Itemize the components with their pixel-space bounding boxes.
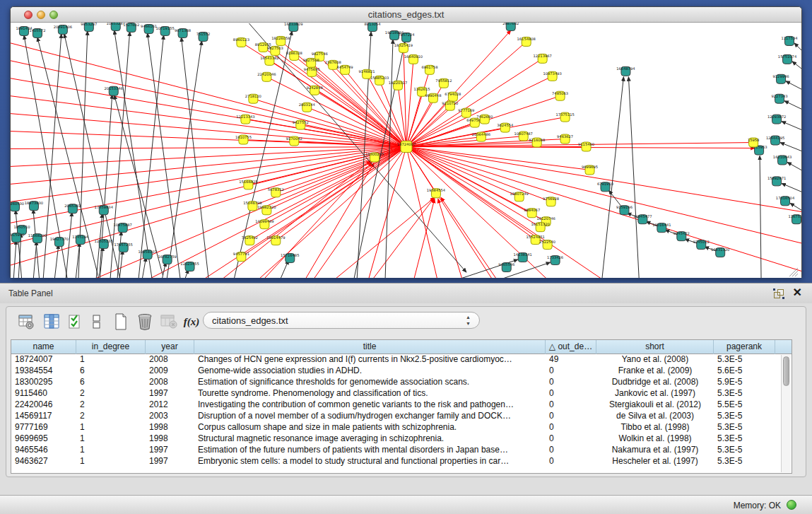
- table-row[interactable]: 1830029562008Estimation of significance …: [11, 377, 792, 388]
- paper-node[interactable]: 15958: [748, 138, 759, 147]
- paper-node[interactable]: 9827508: [303, 58, 319, 67]
- paper-node[interactable]: 9990448: [425, 93, 441, 103]
- cited-node[interactable]: 20891406: [54, 25, 72, 34]
- float-panel-icon[interactable]: [774, 289, 784, 298]
- paper-node[interactable]: 18325419: [394, 43, 413, 52]
- paper-node[interactable]: 2803144: [299, 103, 315, 112]
- paper-node[interactable]: 5678312: [268, 187, 284, 197]
- show-columns-icon[interactable]: [42, 312, 61, 332]
- cited-node[interactable]: 1733426: [547, 255, 563, 264]
- cited-node[interactable]: 12505135: [95, 239, 113, 248]
- citation-network-graph[interactable]: 1891404140557220891406965328710653287152…: [11, 23, 801, 278]
- paper-node[interactable]: 9827503: [267, 46, 283, 55]
- cited-node[interactable]: 6791910: [597, 182, 613, 191]
- network-canvas[interactable]: 1891404140557220891406965328710653287152…: [11, 23, 801, 278]
- paper-node[interactable]: 7625402: [242, 235, 258, 245]
- paper-node[interactable]: 8186328: [286, 51, 302, 60]
- cited-node[interactable]: 7857224: [398, 33, 414, 42]
- paper-node[interactable]: 1810755: [235, 135, 252, 144]
- paper-node[interactable]: 9463627: [557, 134, 573, 144]
- cited-node[interactable]: 10719155: [155, 26, 174, 35]
- paper-node[interactable]: 9457791: [233, 252, 249, 261]
- paper-node[interactable]: 12213343: [236, 115, 254, 124]
- cited-node[interactable]: 18973930: [25, 201, 43, 210]
- column-header-title[interactable]: title: [194, 340, 546, 354]
- table-row[interactable]: 911546021997Tourette syndrome. Phenomeno…: [11, 388, 792, 399]
- cited-node[interactable]: 16648794: [616, 66, 635, 76]
- column-header-out_de[interactable]: △ out_de…: [546, 340, 596, 354]
- table-row[interactable]: 977716911998Corpus callosum shape and si…: [11, 422, 792, 433]
- function-builder-icon[interactable]: f(x): [182, 312, 201, 332]
- cited-node[interactable]: 16931320: [711, 247, 729, 257]
- cited-node[interactable]: 14138141: [514, 252, 532, 262]
- paper-node[interactable]: 9756928: [543, 197, 559, 206]
- cited-node[interactable]: 1167533: [788, 214, 801, 223]
- cited-node[interactable]: 16033809: [284, 23, 302, 31]
- cited-node[interactable]: 9227343: [772, 94, 788, 103]
- paper-node[interactable]: 7485063: [552, 91, 568, 100]
- cited-node[interactable]: 10975887: [114, 223, 132, 232]
- table-row[interactable]: 2242004622012Investigating the contribut…: [11, 399, 792, 411]
- paper-node[interactable]: 18807249: [510, 192, 529, 201]
- paper-node[interactable]: 8960123: [233, 37, 249, 47]
- paper-node[interactable]: 8216088: [529, 138, 545, 147]
- paper-node[interactable]: 9699695: [582, 165, 598, 174]
- cited-node[interactable]: 19427370: [50, 237, 69, 246]
- paper-node[interactable]: 6794028: [445, 92, 461, 101]
- row-height-icon[interactable]: [87, 312, 107, 332]
- cited-node[interactable]: 17359934: [95, 205, 113, 214]
- cited-node[interactable]: 751552: [196, 32, 211, 41]
- cited-node[interactable]: 12444195: [766, 136, 784, 145]
- column-header-short[interactable]: short: [596, 340, 714, 354]
- paper-node[interactable]: 15885203: [370, 76, 389, 85]
- cited-node[interactable]: 16782759: [158, 255, 176, 264]
- paper-node[interactable]: 20364486: [472, 132, 490, 141]
- table-options-icon[interactable]: [16, 312, 36, 332]
- cited-node[interactable]: 9466161: [141, 24, 157, 33]
- cited-node[interactable]: 25260530: [11, 201, 24, 211]
- paper-node[interactable]: 16543382: [260, 56, 278, 65]
- paper-node[interactable]: 12213967: [533, 54, 551, 63]
- cited-node[interactable]: 8813054: [365, 23, 381, 31]
- paper-node[interactable]: 7955812: [435, 78, 452, 88]
- paper-node[interactable]: 18226058: [271, 36, 290, 45]
- window-titlebar[interactable]: citations_edges.txt: [11, 7, 801, 23]
- column-header-year[interactable]: year: [146, 340, 194, 354]
- table-row[interactable]: 969969511998Structural magnetic resonanc…: [11, 433, 792, 445]
- paper-node[interactable]: 2522540: [539, 240, 555, 249]
- paper-node[interactable]: 15166825: [239, 180, 257, 189]
- cited-node[interactable]: 9653287: [81, 23, 97, 31]
- scrollbar-thumb[interactable]: [783, 356, 789, 386]
- column-header-pagerank[interactable]: pagerank: [714, 340, 775, 354]
- paper-node[interactable]: 17375115: [555, 112, 574, 122]
- cited-node[interactable]: 17957255: [114, 243, 133, 252]
- vertical-scrollbar[interactable]: [781, 355, 791, 472]
- close-panel-icon[interactable]: ✕: [793, 287, 802, 298]
- column-header-name[interactable]: name: [11, 340, 76, 354]
- network-window[interactable]: citations_edges.txt 18914041405572208914…: [10, 6, 802, 278]
- paper-node[interactable]: 16914479: [266, 235, 285, 245]
- cited-node[interactable]: 12023455: [180, 262, 199, 271]
- paper-node[interactable]: 19982220: [257, 205, 276, 214]
- paper-node[interactable]: 8454749: [337, 65, 353, 74]
- create-table-icon[interactable]: [111, 312, 131, 332]
- cited-node[interactable]: 10653287: [107, 23, 125, 30]
- delete-table-icon[interactable]: [135, 312, 155, 332]
- select-columns-icon[interactable]: [66, 312, 86, 332]
- cited-node[interactable]: 2687682: [502, 23, 519, 30]
- table-select-dropdown[interactable]: citations_edges.txt ▲▼: [203, 312, 480, 329]
- paper-node[interactable]: 16154808: [517, 37, 536, 46]
- paper-node[interactable]: 2718120: [245, 94, 261, 103]
- table-row[interactable]: 1872400712008Changes of HCN gene express…: [11, 354, 792, 366]
- table-row[interactable]: 946554611997Estimation of the future num…: [11, 445, 792, 456]
- table-row[interactable]: 1456911722003Disruption of a novel membe…: [11, 411, 792, 422]
- paper-node[interactable]: 19384554: [427, 188, 445, 197]
- paper-node[interactable]: 16151320: [531, 222, 549, 231]
- cited-node[interactable]: 9671388: [175, 28, 191, 37]
- paper-node[interactable]: 9170042: [286, 136, 302, 146]
- column-header-in_degree[interactable]: in_degree: [76, 340, 146, 354]
- cited-node[interactable]: 9129946: [773, 74, 789, 83]
- cited-node[interactable]: 1145194: [72, 235, 88, 244]
- table-row[interactable]: 946362711997Embryonic stem cells: a mode…: [11, 456, 792, 467]
- table-row[interactable]: 1938455462009Genome-wide association stu…: [11, 366, 792, 377]
